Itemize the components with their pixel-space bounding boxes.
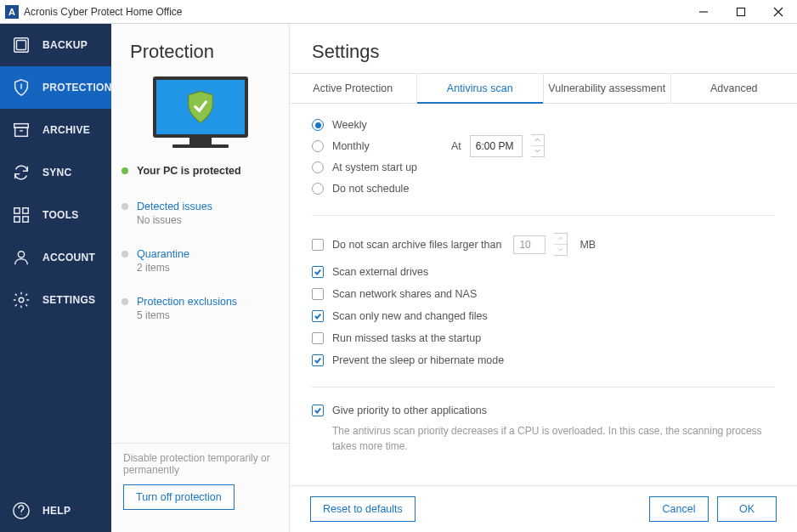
ok-button[interactable]: OK	[717, 496, 777, 522]
checkbox-icon	[312, 354, 324, 366]
bullet-icon	[122, 298, 128, 305]
sidebar-item-protection[interactable]: PROTECTION	[0, 66, 111, 109]
checkbox-icon	[312, 332, 324, 344]
size-up-button[interactable]	[554, 234, 567, 245]
radio-icon	[312, 161, 324, 173]
check-external-drives[interactable]: Scan external drives	[312, 266, 775, 278]
radio-weekly[interactable]: Weekly	[312, 119, 417, 131]
archive-limit-label: Do not scan archive files larger than	[332, 239, 501, 251]
tab-advanced[interactable]: Advanced	[671, 74, 798, 103]
detected-issues-row[interactable]: Detected issues No issues	[111, 195, 289, 233]
radio-label: Monthly	[332, 140, 370, 152]
sidebar-item-help[interactable]: HELP	[0, 490, 111, 532]
shield-check-icon	[185, 90, 216, 124]
protection-title: Protection	[111, 41, 289, 71]
radio-label: At system start up	[332, 161, 417, 173]
check-label: Give priority to other applications	[332, 405, 487, 416]
quarantine-sub: 2 items	[122, 262, 279, 274]
exclusions-row[interactable]: Protection exclusions 5 items	[111, 291, 289, 328]
svg-rect-10	[14, 208, 20, 213]
protection-footer: Disable protection temporarily or perman…	[111, 443, 289, 518]
time-up-button[interactable]	[531, 135, 544, 146]
shield-icon	[12, 78, 31, 97]
quarantine-link[interactable]: Quarantine	[137, 248, 189, 260]
archive-size-spinner	[554, 233, 568, 256]
sidebar-item-settings[interactable]: SETTINGS	[0, 279, 111, 321]
sidebar-item-label: ACCOUNT	[42, 252, 95, 263]
svg-rect-12	[14, 217, 20, 222]
svg-point-15	[19, 297, 24, 303]
archive-icon	[12, 121, 31, 139]
main-area: BACKUP PROTECTION ARCHIVE SYNC TOOLS ACC…	[0, 24, 797, 532]
settings-footer: Reset to defaults Cancel OK	[290, 485, 797, 532]
svg-rect-13	[23, 217, 28, 222]
pc-status-row: Your PC is protected	[111, 158, 289, 195]
protection-panel: Protection Your PC is protected Detected…	[111, 24, 290, 532]
archive-limit-row[interactable]: Do not scan archive files larger than MB	[312, 233, 775, 256]
sidebar-item-label: TOOLS	[42, 209, 79, 221]
turn-off-protection-button[interactable]: Turn off protection	[123, 484, 235, 510]
sidebar-item-archive[interactable]: ARCHIVE	[0, 109, 111, 151]
disable-hint: Disable protection temporarily or perman…	[123, 452, 277, 476]
sidebar-item-sync[interactable]: SYNC	[0, 151, 111, 194]
svg-point-14	[18, 252, 24, 258]
minimize-button[interactable]	[685, 0, 722, 24]
quarantine-row[interactable]: Quarantine 2 items	[111, 243, 289, 280]
tabs-bar: Active Protection Antivirus scan Vulnera…	[290, 74, 797, 104]
close-button[interactable]	[760, 0, 797, 24]
radio-startup[interactable]: At system start up	[312, 161, 417, 173]
time-down-button[interactable]	[531, 146, 544, 157]
detected-issues-link[interactable]: Detected issues	[137, 201, 212, 212]
tools-icon	[12, 206, 31, 224]
checkbox-icon	[312, 288, 324, 300]
bullet-icon	[122, 203, 128, 210]
checkbox-icon	[312, 405, 324, 416]
settings-body: Weekly Monthly At system start up Do not…	[290, 104, 797, 485]
exclusions-link[interactable]: Protection exclusions	[137, 296, 237, 308]
svg-rect-11	[23, 208, 28, 213]
reset-defaults-button[interactable]: Reset to defaults	[310, 496, 415, 522]
archive-unit: MB	[579, 239, 596, 251]
sidebar-item-tools[interactable]: TOOLS	[0, 194, 111, 236]
protection-illustration	[111, 71, 289, 158]
tab-active-protection[interactable]: Active Protection	[290, 74, 417, 103]
status-text: Your PC is protected	[137, 165, 241, 177]
sidebar-item-label: SETTINGS	[42, 294, 95, 306]
gear-icon	[12, 291, 31, 309]
tab-vulnerability-assessment[interactable]: Vulnerability assessment	[544, 74, 671, 103]
svg-rect-5	[17, 41, 26, 50]
check-run-missed[interactable]: Run missed tasks at the startup	[312, 332, 775, 344]
help-icon	[12, 501, 31, 520]
sidebar-item-label: PROTECTION	[42, 82, 112, 93]
maximize-button[interactable]	[722, 0, 760, 24]
detected-issues-sub: No issues	[122, 214, 279, 226]
time-spinner	[531, 134, 545, 157]
priority-description: The antivirus scan priority decreases if…	[312, 423, 775, 454]
checkbox-icon	[312, 310, 324, 322]
check-prevent-sleep[interactable]: Prevent the sleep or hibernate mode	[312, 354, 775, 366]
size-down-button[interactable]	[554, 245, 567, 256]
tab-antivirus-scan[interactable]: Antivirus scan	[417, 74, 545, 103]
check-label: Run missed tasks at the startup	[332, 332, 481, 344]
sidebar-item-label: ARCHIVE	[42, 124, 90, 136]
radio-label: Weekly	[332, 119, 367, 131]
exclusions-sub: 5 items	[122, 309, 279, 321]
archive-size-input[interactable]	[513, 235, 545, 254]
titlebar: A Acronis Cyber Protect Home Office	[0, 0, 797, 24]
svg-rect-8	[15, 127, 28, 136]
check-new-changed[interactable]: Scan only new and changed files	[312, 310, 775, 322]
cancel-button[interactable]: Cancel	[649, 496, 709, 522]
sidebar-item-backup[interactable]: BACKUP	[0, 24, 111, 66]
settings-panel: Settings Active Protection Antivirus sca…	[290, 24, 797, 532]
check-label: Scan only new and changed files	[332, 310, 488, 322]
check-label: Prevent the sleep or hibernate mode	[332, 354, 504, 366]
check-network-shares[interactable]: Scan network shares and NAS	[312, 288, 775, 300]
check-priority[interactable]: Give priority to other applications	[312, 405, 775, 416]
app-logo-icon: A	[5, 5, 19, 19]
sidebar-item-account[interactable]: ACCOUNT	[0, 236, 111, 279]
radio-monthly[interactable]: Monthly	[312, 140, 417, 152]
time-input[interactable]	[470, 135, 523, 157]
divider	[312, 215, 775, 216]
radio-do-not-schedule[interactable]: Do not schedule	[312, 183, 417, 195]
sidebar-item-label: HELP	[42, 505, 71, 517]
